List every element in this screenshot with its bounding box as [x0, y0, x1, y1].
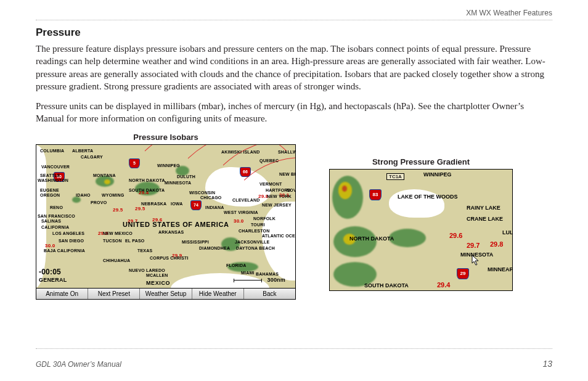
city-label: IOWA [171, 202, 182, 206]
city-label: MINNESOTA [165, 181, 191, 185]
ocean-label: ATLANTIC OCEAN [262, 234, 295, 238]
city-label: MIAMI [241, 271, 255, 275]
body-para-2: Pressure units can be displayed in milli… [36, 100, 552, 125]
footer-manual-title: GDL 30A Owner’s Manual [36, 360, 121, 369]
city-label: SEATTLE [40, 173, 60, 178]
city-label: ARKANSAS [158, 230, 184, 234]
city-label: PROVO [91, 200, 107, 205]
city-label: CALGARY [81, 155, 103, 159]
city-label: EUGENE [40, 188, 59, 192]
city-label: SOUTH DAKOTA [129, 188, 165, 192]
city-label: CHICAGO [200, 195, 221, 200]
city-label: LOS ANGELES [52, 231, 84, 236]
city-label: BAJA CALIFORNIA [44, 248, 85, 253]
city-label: SAN DIEGO [59, 239, 84, 243]
footer-page-number: 13 [542, 359, 552, 369]
city-label: NEBRASKA [141, 202, 166, 206]
city-label: NEW YORK [267, 194, 292, 199]
pressure-value: 29.8 [490, 241, 503, 248]
city-label: CRANE LAKE [467, 216, 503, 222]
city-label: MCALLEN [146, 273, 168, 277]
zoom-map: TC1A 83 29 29.6 29.7 29.8 29.4 WINNIPEG … [329, 169, 513, 291]
city-label: CHARLESTON [239, 229, 269, 233]
city-label: MINNEAP [488, 267, 513, 272]
pressure-value: 29.4 [437, 282, 450, 289]
city-label: DULUTH [177, 174, 195, 179]
city-label: OREGON [40, 193, 60, 197]
city-label: CORPUS CHRISTI [150, 256, 189, 260]
chartplotter-frame: 90 5 66 74 29.4 29.5 29.5 29.6 29.7 29.8… [36, 144, 296, 300]
city-label: RENO [50, 205, 63, 210]
tc-box: TC1A [386, 173, 404, 180]
city-label: NEW JERSEY [262, 203, 292, 207]
city-label: JACKSONVILLE [235, 240, 269, 244]
pressure-value: 30.0 [45, 244, 55, 248]
cursor-icon [472, 255, 480, 266]
city-label: AKIMISKI ISLAND [221, 150, 260, 154]
city-label: QUEBEC [259, 158, 279, 163]
softkey-weather-setup[interactable]: Weather Setup [140, 289, 192, 299]
city-label: VERMONT [259, 182, 282, 186]
city-label: MISSISSIPPI [182, 240, 209, 244]
city-label: NORTH DAKOTA [349, 236, 394, 242]
city-label: CALIFORNIA [41, 225, 69, 229]
city-label: INDIANA [205, 205, 224, 210]
city-label: RAINY LAKE [467, 205, 500, 211]
hwy-shield-icon: 29 [457, 268, 469, 279]
city-label: DIAMONDHEA [199, 246, 230, 250]
body-para-1: The pressure feature displays pressure i… [36, 43, 552, 92]
city-label: WYOMING [102, 193, 124, 197]
city-label: LUL [502, 230, 513, 236]
map-mode-overlay: GENERAL [39, 277, 67, 283]
figure-pressure-isobars: Pressure Isobars [36, 133, 296, 300]
city-label: TEXAS [137, 248, 152, 253]
footer-rule [36, 348, 552, 349]
pressure-value: 29.7 [467, 242, 480, 249]
city-label: CLEVELAND [232, 198, 260, 202]
city-label: NORTH DAKOTA [129, 178, 165, 182]
softkey-bar: Animate On Next Preset Weather Setup Hid… [36, 288, 295, 299]
city-label: WINNIPEG [157, 163, 180, 168]
city-label: NOV [287, 188, 295, 192]
city-label: WEST VIRGINIA [224, 210, 258, 215]
pressure-value: 30.0 [234, 219, 243, 224]
softkey-next-preset[interactable]: Next Preset [88, 289, 140, 299]
figure-strong-gradient: Strong Pressure Gradient TC1A 83 29 29.6… [329, 157, 513, 291]
softkey-back[interactable]: Back [244, 289, 295, 299]
city-label: BAHAMAS [256, 272, 279, 276]
softkey-hide-weather[interactable]: Hide Weather [192, 289, 244, 299]
city-label: WINNIPEG [423, 172, 452, 178]
pressure-value: 29.5 [113, 208, 123, 213]
map-scale-overlay: 300nm [267, 277, 285, 283]
country-label: UNITED STATES OF AMERICA [123, 221, 229, 228]
pressure-value: 29.6 [449, 232, 462, 239]
chartplotter-map: 90 5 66 74 29.4 29.5 29.5 29.6 29.7 29.8… [36, 145, 295, 288]
softkey-animate-on[interactable]: Animate On [36, 289, 88, 299]
city-label: COLUMBIA [40, 149, 64, 153]
header-rule [36, 20, 552, 20]
city-label: NORFOLK [253, 216, 276, 221]
city-label: FLORIDA [226, 263, 247, 268]
city-label: VANCOUVER [41, 165, 70, 169]
country-label: MEXICO [146, 281, 170, 286]
hwy-shield-icon: 5 [129, 158, 140, 168]
city-label: WISCONSIN [189, 190, 215, 195]
city-label: SOUTH DAKOTA [364, 283, 409, 289]
pressure-value: 29.5 [135, 207, 145, 211]
section-title: Pressure [36, 27, 552, 39]
city-label: MONTANA [93, 173, 116, 178]
scale-bar-icon [234, 280, 262, 281]
hwy-shield-icon: 74 [190, 200, 202, 210]
city-label: TUCSON [103, 239, 122, 243]
city-label: NUEVO LAREDO [129, 268, 165, 272]
map-time-overlay: -00:05 [39, 268, 61, 276]
city-label: WASHINGTON [38, 178, 68, 182]
city-label: TOURI [251, 223, 265, 227]
city-label: CHIHUAHUA [103, 258, 130, 263]
hwy-shield-icon: 83 [369, 189, 382, 200]
header-section-label: XM WX Weather Features [36, 9, 552, 17]
city-label: SALINAS [41, 219, 61, 223]
city-label: LAKE OF THE WOODS [398, 194, 458, 200]
city-label: NEW MEXICO [103, 231, 133, 236]
city-label: DAYTONA BEACH [236, 246, 275, 250]
